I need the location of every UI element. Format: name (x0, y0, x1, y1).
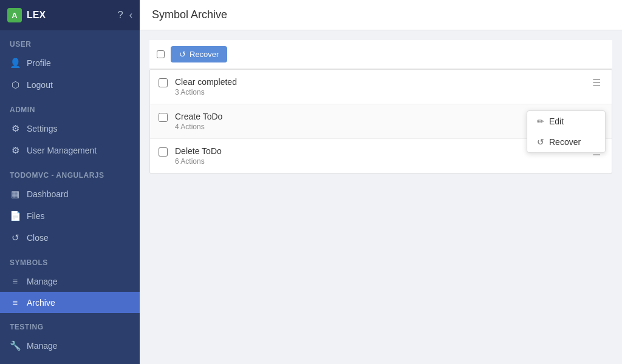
section-admin: Admin (0, 96, 140, 118)
item-checkbox-delete-todo[interactable] (159, 147, 168, 157)
sidebar-item-logout[interactable]: ⬡ Logout (0, 74, 140, 96)
sidebar-item-label: Archive (27, 298, 55, 308)
sidebar-item-label: Close (27, 233, 49, 243)
sidebar-header-icons: ? ‹ (118, 10, 132, 21)
main-header: Symbol Archive (140, 0, 622, 30)
dropdown-edit-label: Edit (549, 116, 564, 126)
section-user: User (0, 30, 140, 52)
dropdown-recover[interactable]: ↺ Recover (527, 132, 605, 152)
manage-icon: ≡ (10, 276, 21, 286)
logo-badge: A (7, 8, 22, 22)
list-item: Create ToDo 4 Actions ✏ Edit ↺ Recover (150, 104, 612, 139)
section-todomvc: TodoMVC - Angularjs (0, 161, 140, 183)
main-content: Symbol Archive ↺ Recover Clear completed… (140, 0, 622, 364)
logout-icon: ⬡ (10, 79, 21, 90)
sidebar-item-settings[interactable]: ⚙ Settings (0, 118, 140, 140)
main-body: ↺ Recover Clear completed 3 Actions ☰ Cr… (140, 30, 622, 364)
sidebar-item-label: Manage (27, 341, 58, 351)
sidebar-logo: A LEX (7, 8, 46, 22)
sidebar-item-label: Profile (27, 58, 51, 68)
dropdown-recover-label: Recover (549, 137, 581, 147)
settings-icon: ⚙ (10, 123, 21, 134)
section-symbols: Symbols (0, 249, 140, 271)
recover-button[interactable]: ↺ Recover (171, 46, 227, 62)
sidebar-item-label: Manage (27, 277, 58, 286)
sidebar-item-label: Dashboard (27, 189, 69, 199)
profile-icon: 👤 (10, 58, 21, 69)
edit-icon: ✏ (537, 116, 544, 126)
select-all-checkbox[interactable] (157, 50, 165, 58)
sidebar-item-manage-symbols[interactable]: ≡ Manage (0, 271, 140, 292)
sidebar-item-manage-testing[interactable]: 🔧 Manage (0, 335, 140, 357)
help-icon[interactable]: ? (118, 10, 123, 21)
sidebar-item-label: Files (27, 211, 45, 221)
section-testing: Testing (0, 313, 140, 335)
item-menu-button[interactable]: ☰ (590, 77, 603, 89)
recover-button-label: Recover (190, 50, 219, 59)
wrench-icon: 🔧 (10, 340, 21, 351)
item-subtitle: 3 Actions (175, 88, 590, 96)
sidebar-item-profile[interactable]: 👤 Profile (0, 52, 140, 74)
sidebar-item-dashboard[interactable]: ▦ Dashboard (0, 183, 140, 205)
context-dropdown: ✏ Edit ↺ Recover (527, 110, 606, 153)
collapse-icon[interactable]: ‹ (129, 10, 132, 21)
close-icon: ↺ (10, 232, 21, 243)
dashboard-icon: ▦ (10, 189, 21, 200)
dropdown-edit[interactable]: ✏ Edit (527, 111, 605, 132)
sidebar-item-label: User Management (27, 146, 97, 155)
toolbar: ↺ Recover (149, 40, 612, 69)
user-management-icon: ⚙ (10, 145, 21, 156)
recover-icon: ↺ (179, 50, 186, 59)
item-subtitle: 6 Actions (175, 157, 590, 166)
symbol-list: Clear completed 3 Actions ☰ Create ToDo … (149, 69, 612, 174)
archive-icon: ≡ (10, 297, 21, 308)
item-checkbox-clear-completed[interactable] (159, 78, 168, 87)
sidebar-item-close[interactable]: ↺ Close (0, 227, 140, 249)
sidebar-item-files[interactable]: 📄 Files (0, 205, 140, 227)
list-item: Clear completed 3 Actions ☰ (150, 70, 612, 104)
page-title: Symbol Archive (152, 8, 227, 21)
recover-dropdown-icon: ↺ (537, 137, 544, 147)
sidebar-item-label: Logout (27, 80, 53, 90)
item-title: Clear completed (175, 77, 590, 87)
item-checkbox-create-todo[interactable] (159, 113, 168, 122)
sidebar: A LEX ? ‹ User 👤 Profile ⬡ Logout Admin … (0, 0, 140, 364)
sidebar-header: A LEX ? ‹ (0, 0, 140, 30)
files-icon: 📄 (10, 211, 21, 221)
sidebar-item-user-management[interactable]: ⚙ User Management (0, 140, 140, 161)
item-content: Clear completed 3 Actions (175, 77, 590, 96)
logo-name: LEX (27, 10, 46, 21)
sidebar-item-archive[interactable]: ≡ Archive (0, 292, 140, 313)
sidebar-item-label: Settings (27, 124, 58, 133)
